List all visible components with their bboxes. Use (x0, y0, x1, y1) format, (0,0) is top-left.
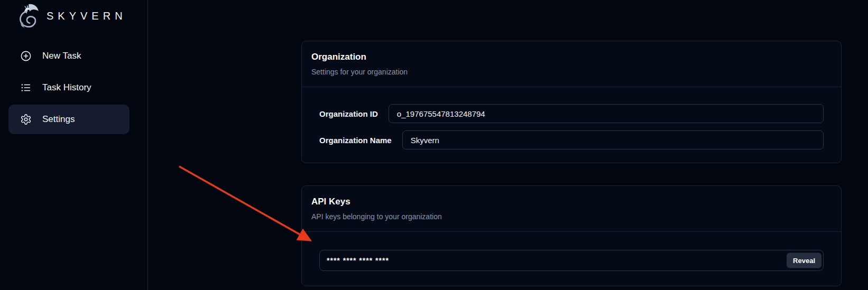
organization-id-input[interactable] (389, 104, 824, 123)
organization-card-body: Organization ID Organization Name (302, 87, 841, 149)
organization-card: Organization Settings for your organizat… (301, 41, 842, 163)
organization-card-subtitle: Settings for your organization (311, 68, 832, 76)
dragon-logo-icon (15, 3, 41, 29)
organization-name-row: Organization Name (319, 130, 824, 149)
sidebar-item-task-history[interactable]: Task History (8, 73, 130, 102)
sidebar-item-label: New Task (42, 51, 81, 61)
api-key-row: Reveal (319, 250, 824, 271)
arrow-line (179, 166, 310, 240)
organization-card-title: Organization (311, 52, 832, 62)
api-keys-card-body: Reveal (302, 232, 841, 271)
organization-name-label: Organization Name (319, 136, 392, 145)
organization-name-input[interactable] (402, 130, 824, 149)
api-key-masked-input[interactable] (319, 250, 824, 271)
list-icon (20, 82, 32, 93)
api-keys-card-header: API Keys API keys belonging to your orga… (302, 186, 841, 232)
api-keys-card-subtitle: API keys belonging to your organization (311, 212, 832, 221)
organization-card-header: Organization Settings for your organizat… (302, 41, 841, 87)
circle-plus-icon (20, 50, 32, 62)
skyvern-logo[interactable]: SKYVERN (0, 0, 147, 30)
sidebar-nav: New Task Task History Settings (8, 41, 130, 134)
sidebar-item-new-task[interactable]: New Task (8, 41, 130, 71)
sidebar-item-label: Task History (42, 82, 91, 93)
sidebar: SKYVERN New Task Task History Settings (0, 0, 148, 290)
sidebar-item-settings[interactable]: Settings (8, 105, 130, 134)
organization-id-row: Organization ID (319, 104, 824, 123)
api-keys-card-title: API Keys (311, 197, 832, 207)
logo-wordmark: SKYVERN (47, 10, 127, 22)
organization-id-label: Organization ID (319, 109, 378, 118)
sidebar-item-label: Settings (42, 114, 75, 125)
gear-icon (20, 114, 32, 125)
reveal-button[interactable]: Reveal (787, 253, 821, 268)
api-keys-card: API Keys API keys belonging to your orga… (301, 185, 842, 286)
